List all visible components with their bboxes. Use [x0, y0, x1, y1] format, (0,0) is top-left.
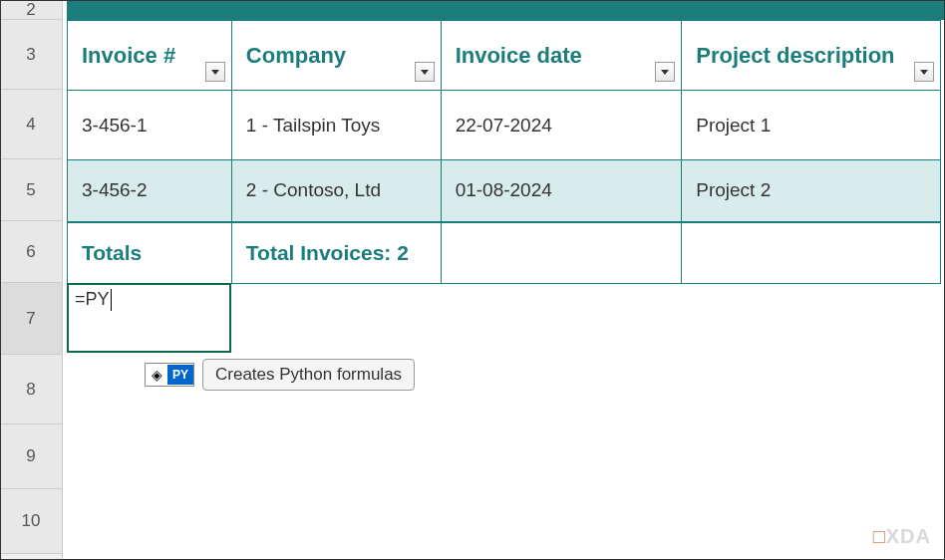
totals-empty-cell[interactable]: [441, 222, 682, 284]
header-project-label: Project description: [696, 43, 894, 68]
cell-invoice[interactable]: 3-456-1: [68, 91, 232, 160]
row-header-5[interactable]: 5: [0, 159, 62, 221]
table-header-row: Invoice # Company Invoice date Project d…: [68, 21, 941, 91]
filter-dropdown-icon[interactable]: [655, 62, 675, 82]
autocomplete-tooltip: Creates Python formulas: [202, 359, 415, 391]
invoice-table: Invoice # Company Invoice date Project d…: [67, 20, 941, 284]
row-header-4[interactable]: 4: [0, 90, 62, 159]
header-project[interactable]: Project description: [682, 21, 941, 91]
python-icon: ◈: [146, 364, 167, 386]
header-date-label: Invoice date: [456, 43, 582, 68]
row-header-gutter: 2 3 4 5 6 7 8 9 10: [0, 0, 63, 560]
table-row: 3-456-1 1 - Tailspin Toys 22-07-2024 Pro…: [68, 91, 941, 160]
row-header-10[interactable]: 10: [0, 489, 62, 554]
cell-company[interactable]: 1 - Tailspin Toys: [231, 91, 441, 160]
cell-company[interactable]: 2 - Contoso, Ltd: [231, 160, 441, 222]
formula-autocomplete: ◈ PY Creates Python formulas: [145, 359, 415, 391]
totals-label-cell[interactable]: Totals: [68, 222, 232, 284]
row-header-6[interactable]: 6: [0, 221, 62, 283]
worksheet-area[interactable]: Invoice # Company Invoice date Project d…: [63, 0, 945, 560]
filter-dropdown-icon[interactable]: [415, 62, 435, 82]
row-header-3[interactable]: 3: [0, 20, 62, 90]
cell-project[interactable]: Project 1: [682, 91, 941, 160]
active-cell-editor[interactable]: =PY: [67, 283, 231, 353]
watermark-text: XDA: [886, 525, 931, 547]
cell-invoice[interactable]: 3-456-2: [68, 160, 232, 222]
header-company[interactable]: Company: [231, 21, 441, 91]
cell-date[interactable]: 01-08-2024: [441, 160, 682, 222]
header-company-label: Company: [246, 43, 346, 68]
cell-date[interactable]: 22-07-2024: [441, 91, 682, 160]
table-banner: [67, 0, 945, 20]
autocomplete-option-py[interactable]: ◈ PY: [145, 363, 194, 387]
row-header-9[interactable]: 9: [0, 424, 62, 489]
filter-dropdown-icon[interactable]: [205, 62, 225, 82]
totals-empty-cell[interactable]: [682, 222, 941, 284]
table-row: 3-456-2 2 - Contoso, Ltd 01-08-2024 Proj…: [68, 160, 941, 222]
row-header-2[interactable]: 2: [0, 0, 62, 20]
row-header-8[interactable]: 8: [0, 355, 62, 424]
totals-summary-cell[interactable]: Total Invoices: 2: [231, 222, 441, 284]
watermark-prefix: □: [873, 525, 886, 547]
header-invoice[interactable]: Invoice #: [68, 21, 232, 91]
row-header-7[interactable]: 7: [0, 283, 62, 355]
autocomplete-chip-label: PY: [167, 365, 193, 385]
text-cursor: [111, 289, 112, 311]
watermark-logo: □XDA: [873, 525, 931, 548]
header-invoice-label: Invoice #: [82, 43, 175, 68]
header-date[interactable]: Invoice date: [441, 21, 682, 91]
formula-text: =PY: [75, 289, 110, 309]
filter-dropdown-icon[interactable]: [914, 62, 934, 82]
totals-row: Totals Total Invoices: 2: [68, 222, 941, 284]
cell-project[interactable]: Project 2: [682, 160, 941, 222]
